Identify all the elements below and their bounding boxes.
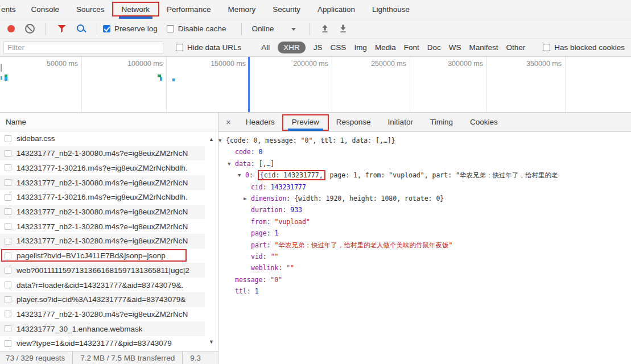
request-row[interactable]: 143231777_nb2-1-30280.m4s?e=ig8euxZM2rNc… (0, 307, 218, 322)
filter-input[interactable] (3, 42, 163, 54)
filter-type-doc[interactable]: Doc (427, 43, 441, 52)
close-icon[interactable]: × (218, 117, 237, 127)
toolbar-divider (97, 23, 97, 35)
json-string: "0" (270, 276, 282, 284)
preserve-log-checkbox[interactable] (103, 25, 110, 32)
tab-performance[interactable]: Performance (158, 0, 219, 19)
tree-expanded-marker[interactable]: ▼ (218, 135, 226, 146)
filter-type-js[interactable]: JS (314, 43, 323, 52)
filter-type-css[interactable]: CSS (331, 43, 347, 52)
detail-tab-preview[interactable]: Preview (283, 113, 328, 131)
json-text: : (267, 229, 275, 237)
request-name: 143231777_nb2-1-30280.m4s?e=ig8euxZM2rNc… (17, 222, 188, 231)
tab-label: Lighthouse (372, 5, 410, 14)
json-text: : (247, 287, 255, 295)
tab-label: Performance (167, 5, 211, 14)
request-row[interactable]: 143231777-1-30216.m4s?e=ig8euxZM2rNcNbdl… (0, 190, 218, 205)
json-text: : (251, 148, 259, 156)
scroll-down-icon[interactable]: ▼ (205, 339, 218, 345)
request-list-scrollbar[interactable]: ▲ ▼ (205, 131, 218, 351)
tab-memory[interactable]: Memory (219, 0, 264, 19)
filter-type-ws[interactable]: WS (449, 43, 461, 52)
filter-type-img[interactable]: Img (354, 43, 367, 52)
clear-icon[interactable] (25, 24, 35, 34)
throttling-select[interactable]: Online (252, 24, 274, 33)
filter-type-all[interactable]: All (261, 43, 270, 52)
filter-type-xhr[interactable]: XHR (278, 42, 306, 53)
tab-lighthouse[interactable]: Lighthouse (364, 0, 418, 19)
request-row[interactable]: web?00111115971313661681597131365811|ugc… (0, 263, 218, 278)
filter-funnel-icon[interactable] (57, 25, 66, 33)
chevron-down-icon[interactable] (291, 28, 296, 31)
request-name: view?type=1&oid=143231777&pid=83743079 (17, 339, 172, 348)
hide-data-urls-checkbox[interactable] (176, 44, 183, 51)
waterfall-mark (172, 78, 175, 81)
request-row[interactable]: 143231777_nb2-1-30080.m4s?e=ig8euxZM2rNc… (0, 205, 218, 220)
name-column-label: Name (6, 118, 26, 126)
tab-label: Application (317, 5, 355, 14)
detail-tab-timing[interactable]: Timing (422, 113, 461, 131)
timeline-tick-label: 150000 ms (183, 60, 246, 68)
record-icon[interactable] (7, 25, 15, 32)
import-har-icon[interactable] (321, 24, 329, 33)
transferred-size: 7.2 MB / 7.5 MB transferred (80, 354, 175, 362)
disable-cache-checkbox[interactable] (167, 25, 174, 32)
request-row[interactable]: 143231777_nb2-1-30280.m4s?e=ig8euxZM2rNc… (0, 219, 218, 234)
tab-network[interactable]: Network (113, 0, 159, 19)
request-row[interactable]: 143231777_nb2-1-30280.m4s?e=ig8euxZM2rNc… (0, 234, 218, 249)
json-key: duration (251, 206, 282, 214)
detail-tab-cookies[interactable]: Cookies (461, 113, 506, 131)
request-row[interactable]: pagelist?bvid=BV1cJ411E7Bd&jsonp=jsonp (0, 249, 218, 263)
file-icon (5, 296, 11, 303)
tab-label: Response (336, 118, 371, 126)
filter-type-media[interactable]: Media (375, 43, 396, 52)
tab-application[interactable]: Application (309, 0, 364, 19)
detail-tab-initiator[interactable]: Initiator (380, 113, 422, 131)
request-row[interactable]: 143231777_nb2-1-30080.m4s?e=ig8euxZM2rNc… (0, 146, 218, 161)
name-column-header[interactable]: Name (0, 113, 218, 131)
file-icon (5, 253, 11, 259)
filter-type-other[interactable]: Other (506, 43, 525, 52)
tree-collapsed-marker[interactable]: ▶ (244, 193, 251, 204)
request-row[interactable]: 143231777_nb2-1-30080.m4s?e=ig8euxZM2rNc… (0, 175, 218, 190)
timeline-tick-label: 200000 ms (266, 60, 328, 68)
tab-console[interactable]: Console (23, 0, 68, 19)
filter-type-manifest[interactable]: Manifest (469, 43, 498, 52)
tab-label: Cookies (470, 118, 498, 126)
toolbar-divider (310, 23, 310, 35)
request-row[interactable]: player.so?id=cid%3A143231777&aid=8374307… (0, 292, 218, 307)
request-row[interactable]: 143231777_30_1.enhance.webmask (0, 321, 218, 336)
tree-expanded-marker[interactable]: ▼ (238, 169, 245, 181)
timeline-gridline (565, 57, 566, 112)
waterfall-mark (160, 77, 162, 81)
status-divider (182, 351, 183, 364)
detail-tab-response[interactable]: Response (328, 113, 380, 131)
tree-expanded-marker[interactable]: ▼ (228, 158, 235, 169)
json-key: message (235, 276, 262, 284)
json-text: : (263, 183, 271, 191)
preview-tree-line: part: "华农兄弟：快过年了，给村里的老人做个美味的竹鼠年夜饭" (218, 239, 631, 251)
scroll-up-icon[interactable]: ▲ (205, 136, 218, 142)
tab-ents[interactable]: ents (0, 0, 23, 19)
disable-cache-label: Disable cache (178, 24, 226, 33)
request-row[interactable]: view?type=1&oid=143231777&pid=83743079 (0, 336, 218, 351)
has-blocked-cookies-checkbox[interactable] (543, 44, 550, 51)
preview-tree-line: code: 0 (218, 146, 631, 158)
tab-sources[interactable]: Sources (68, 0, 113, 19)
hide-data-urls-label: Hide data URLs (187, 43, 241, 52)
json-text: : (278, 264, 286, 272)
request-row[interactable]: 143231777-1-30216.m4s?e=ig8euxZM2rNcNbdl… (0, 160, 218, 175)
network-overview-timeline[interactable]: 50000 ms100000 ms150000 ms200000 ms25000… (0, 57, 631, 113)
json-text: : (267, 241, 275, 249)
request-row[interactable]: data?r=loader&cid=143231777&aid=83743079… (0, 278, 218, 292)
request-row[interactable]: sidebar.css (0, 131, 218, 146)
preview-tree-line: page: 1 (218, 228, 631, 239)
requests-count: 73 / 329 requests (6, 354, 65, 362)
tab-security[interactable]: Security (264, 0, 309, 19)
timeline-tick-label: 300000 ms (420, 60, 483, 68)
search-icon[interactable] (77, 24, 84, 32)
detail-tab-headers[interactable]: Headers (237, 113, 283, 131)
export-har-icon[interactable] (339, 24, 347, 33)
filter-type-font[interactable]: Font (404, 43, 419, 52)
request-name: web?00111115971313661681597131365811|ugc… (17, 266, 189, 275)
